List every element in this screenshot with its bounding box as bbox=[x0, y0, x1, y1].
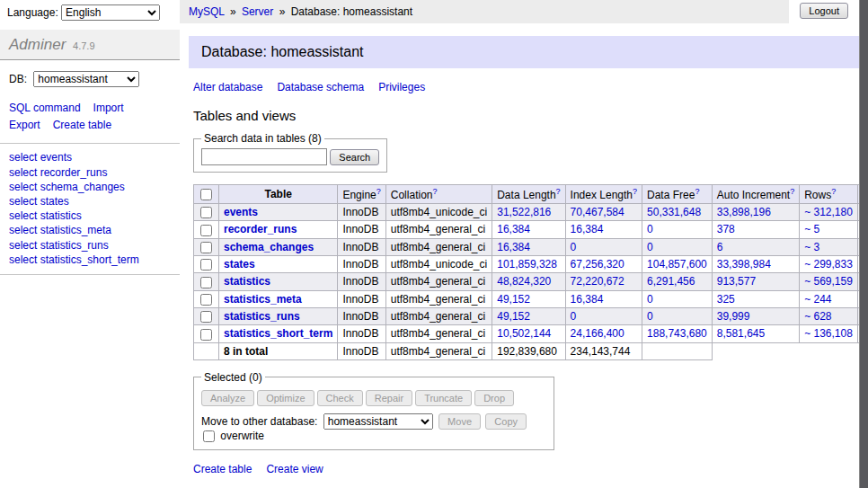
sidebar-action-sql-command[interactable]: SQL command bbox=[9, 100, 81, 117]
table-link-recorder-runs[interactable]: recorder_runs bbox=[224, 223, 297, 235]
table-name-cell: recorder_runs bbox=[219, 221, 338, 238]
search-fieldset: Search data in tables (8) Search bbox=[193, 132, 387, 173]
sidebar-table-link-select-statistics-short-term[interactable]: select statistics_short_term bbox=[9, 253, 171, 267]
sidebar-table-link-select-statistics[interactable]: select statistics bbox=[9, 209, 171, 223]
column-help-link[interactable]: ? bbox=[556, 187, 561, 196]
column-header-label: Data Free bbox=[647, 189, 695, 201]
sidebar-table-link-select-events[interactable]: select events bbox=[9, 150, 171, 164]
row-checkbox-schema-changes[interactable] bbox=[200, 242, 212, 253]
total-collation-cell: utf8mb4_general_ci bbox=[385, 342, 492, 359]
row-checkbox-events[interactable] bbox=[200, 207, 212, 218]
adminer-logo-text: Adminer bbox=[9, 36, 66, 53]
column-header-table: Table bbox=[219, 185, 338, 204]
check-button[interactable]: Check bbox=[317, 390, 363, 406]
row-checkbox-statistics-runs[interactable] bbox=[200, 311, 212, 323]
rows-link-statistics-runs[interactable]: ~ 628 bbox=[804, 310, 831, 323]
breadcrumb-mysql-link[interactable]: MySQL bbox=[189, 5, 225, 18]
repair-button[interactable]: Repair bbox=[366, 390, 412, 406]
table-link-statistics-short-term[interactable]: statistics_short_term bbox=[224, 327, 332, 340]
rows-link-events[interactable]: ~ 312,180 bbox=[804, 206, 853, 218]
sidebar-table-link-select-statistics-runs[interactable]: select statistics_runs bbox=[9, 238, 171, 253]
row-checkbox-recorder-runs[interactable] bbox=[200, 225, 212, 236]
rows-cell: ~ 5 bbox=[800, 221, 858, 238]
move-button[interactable]: Move bbox=[438, 413, 481, 430]
create-link-create-table[interactable]: Create table bbox=[193, 463, 252, 475]
table-row-schema-changes: schema_changesInnoDButf8mb4_general_ci16… bbox=[194, 238, 868, 255]
column-help-link[interactable]: ? bbox=[432, 187, 437, 196]
sidebar-actions: SQL commandImportExportCreate table bbox=[0, 93, 173, 143]
rows-cell: ~ 628 bbox=[800, 307, 858, 324]
total-index-length-cell: 234,143,744 bbox=[565, 342, 642, 359]
column-header-index-length: Index Length? bbox=[565, 185, 642, 204]
breadcrumb-separator: » bbox=[230, 5, 236, 18]
row-checkbox-statistics-meta[interactable] bbox=[200, 294, 212, 306]
row-checkbox-states[interactable] bbox=[200, 259, 212, 271]
move-db-select[interactable]: homeassistant bbox=[323, 413, 433, 430]
table-name-cell: schema_changes bbox=[219, 238, 338, 255]
column-help-link[interactable]: ? bbox=[695, 187, 699, 196]
rows-link-statistics-meta[interactable]: ~ 244 bbox=[804, 293, 831, 306]
adminer-logo: Adminer 4.7.9 bbox=[0, 30, 180, 60]
overwrite-checkbox[interactable] bbox=[203, 430, 215, 442]
sidebar-table-link-select-statistics-meta[interactable]: select statistics_meta bbox=[9, 223, 171, 237]
sidebar-table-link-select-states[interactable]: select states bbox=[9, 194, 171, 209]
index-length-cell: 0 bbox=[565, 238, 642, 255]
column-help-link[interactable]: ? bbox=[831, 187, 836, 196]
column-help-link[interactable]: ? bbox=[633, 187, 637, 196]
table-link-states[interactable]: states bbox=[224, 258, 255, 271]
sidebar-table-link-select-schema-changes[interactable]: select schema_changes bbox=[9, 180, 171, 194]
sidebar-table-link-select-recorder-runs[interactable]: select recorder_runs bbox=[9, 165, 171, 180]
sidebar-action-create-table[interactable]: Create table bbox=[53, 117, 111, 134]
table-link-statistics[interactable]: statistics bbox=[224, 275, 270, 288]
logout-button[interactable]: Logout bbox=[800, 3, 848, 19]
table-row-recorder-runs: recorder_runsInnoDButf8mb4_general_ci16,… bbox=[194, 221, 868, 238]
table-link-statistics-runs[interactable]: statistics_runs bbox=[224, 310, 300, 323]
table-name-cell: statistics_short_term bbox=[219, 325, 338, 342]
drop-button[interactable]: Drop bbox=[474, 390, 514, 406]
db-nav-link-database-schema[interactable]: Database schema bbox=[277, 81, 364, 93]
table-row-statistics: statisticsInnoDButf8mb4_general_ci48,824… bbox=[194, 273, 868, 290]
breadcrumb: MySQL » Server » Database: homeassistant bbox=[180, 0, 789, 23]
engine-cell: InnoDB bbox=[338, 290, 385, 307]
column-header-data-length: Data Length? bbox=[492, 185, 565, 204]
sidebar-action-import[interactable]: Import bbox=[93, 100, 124, 117]
column-header-collation: Collation? bbox=[385, 185, 492, 204]
vertical-scrollbar[interactable] bbox=[859, 0, 868, 488]
table-row-states: statesInnoDButf8mb4_unicode_ci101,859,32… bbox=[194, 255, 868, 272]
db-nav-link-alter-database[interactable]: Alter database bbox=[193, 81, 262, 93]
rows-link-schema-changes[interactable]: ~ 3 bbox=[804, 241, 819, 253]
select-all-checkbox[interactable] bbox=[200, 189, 212, 200]
table-name-cell: statistics_meta bbox=[219, 290, 338, 307]
column-help-link[interactable]: ? bbox=[790, 187, 794, 196]
breadcrumb-current: Database: homeassistant bbox=[291, 5, 412, 18]
rows-link-statistics-short-term[interactable]: ~ 136,108 bbox=[804, 327, 853, 340]
table-link-schema-changes[interactable]: schema_changes bbox=[224, 241, 314, 253]
move-label: Move to other database: bbox=[201, 415, 317, 428]
rows-link-states[interactable]: ~ 299,833 bbox=[804, 258, 853, 271]
language-select[interactable]: English bbox=[61, 4, 160, 21]
breadcrumb-server-link[interactable]: Server bbox=[242, 5, 273, 18]
column-help-link[interactable]: ? bbox=[376, 187, 381, 196]
optimize-button[interactable]: Optimize bbox=[257, 390, 314, 406]
db-nav-link-privileges[interactable]: Privileges bbox=[378, 81, 425, 93]
search-input[interactable] bbox=[201, 148, 327, 165]
create-link-create-view[interactable]: Create view bbox=[266, 463, 323, 475]
rows-link-recorder-runs[interactable]: ~ 5 bbox=[804, 223, 819, 235]
search-legend: Search data in tables (8) bbox=[201, 132, 324, 145]
rows-link-statistics[interactable]: ~ 569,159 bbox=[804, 275, 853, 288]
table-link-statistics-meta[interactable]: statistics_meta bbox=[224, 293, 302, 306]
search-button[interactable]: Search bbox=[330, 149, 379, 165]
row-checkbox-statistics[interactable] bbox=[200, 277, 212, 288]
db-select[interactable]: homeassistant bbox=[33, 71, 139, 87]
adminer-version: 4.7.9 bbox=[73, 40, 94, 51]
truncate-button[interactable]: Truncate bbox=[415, 390, 472, 406]
data-length-cell: 48,824,320 bbox=[492, 273, 565, 290]
analyze-button[interactable]: Analyze bbox=[201, 390, 254, 406]
collation-cell: utf8mb4_general_ci bbox=[385, 325, 492, 342]
rows-cell: ~ 136,108 bbox=[800, 325, 858, 342]
row-checkbox-statistics-short-term[interactable] bbox=[200, 329, 212, 341]
breadcrumb-separator: » bbox=[279, 5, 286, 18]
copy-button[interactable]: Copy bbox=[485, 413, 527, 430]
table-link-events[interactable]: events bbox=[224, 206, 258, 218]
sidebar-action-export[interactable]: Export bbox=[9, 117, 40, 134]
